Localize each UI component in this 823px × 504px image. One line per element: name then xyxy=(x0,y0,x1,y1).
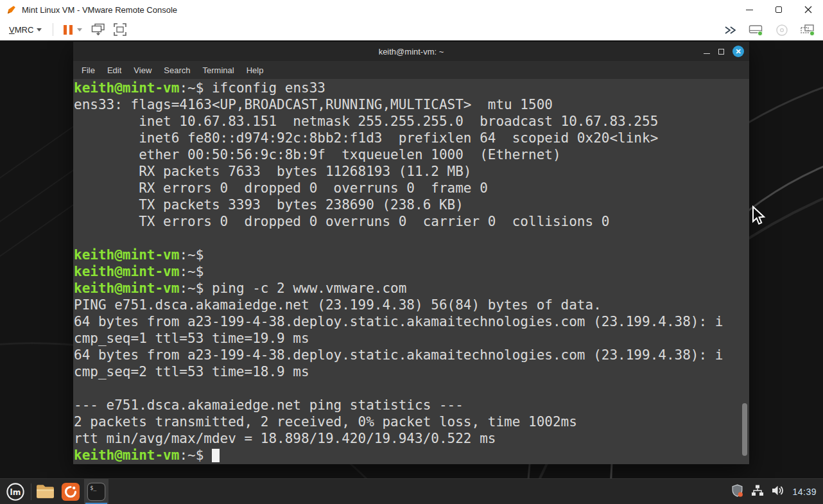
taskbar-divider xyxy=(31,483,31,500)
terminal-line: keith@mint-vm:~$ xyxy=(74,247,749,263)
mint-menu-icon: lm xyxy=(6,482,25,501)
taskbar-file-manager[interactable] xyxy=(33,479,57,504)
terminal-line xyxy=(74,380,749,397)
chevron-down-icon xyxy=(77,28,82,31)
toolbar-divider xyxy=(53,23,53,36)
display-status-button[interactable] xyxy=(799,22,817,38)
close-icon xyxy=(804,6,812,13)
firefox-icon xyxy=(61,482,80,501)
update-manager-tray-button[interactable] xyxy=(731,484,744,500)
app-close-button[interactable] xyxy=(793,0,823,19)
terminal-line: inet 10.67.83.151 netmask 255.255.255.0 … xyxy=(74,113,749,130)
suspend-vm-button[interactable] xyxy=(62,24,84,36)
terminal-line: RX errors 0 dropped 0 overruns 0 frame 0 xyxy=(74,180,749,196)
terminal-maximize-button[interactable] xyxy=(718,49,724,55)
taskbar: lm $_ xyxy=(0,478,823,504)
fullscreen-icon xyxy=(114,23,126,36)
fullscreen-button[interactable] xyxy=(112,22,128,37)
terminal-line: cmp_seq=2 ttl=53 time=18.9 ms xyxy=(74,363,749,380)
terminal-line: keith@mint-vm:~$ xyxy=(74,447,749,464)
terminal-line: PING e751.dsca.akamaiedge.net (23.199.4.… xyxy=(74,297,749,313)
send-to-monitor-icon xyxy=(91,23,105,36)
svg-text:lm: lm xyxy=(10,487,21,496)
terminal-line: ether 00:50:56:9c:8b:9f txqueuelen 1000 … xyxy=(74,146,749,163)
terminal-line: 64 bytes from a23-199-4-38.deploy.static… xyxy=(74,313,749,330)
terminal-line: TX packets 3393 bytes 238690 (238.6 KB) xyxy=(74,196,749,213)
app-titlebar: Mint Linux VM - VMware Remote Console xyxy=(0,0,823,19)
volume-tray-button[interactable] xyxy=(771,484,785,500)
vmrc-label: VMRC xyxy=(9,25,33,35)
terminal-output[interactable]: keith@mint-vm:~$ ifconfig ens33ens33: fl… xyxy=(73,79,749,464)
taskbar-clock[interactable]: 14:39 xyxy=(792,487,819,497)
terminal-scrollbar[interactable] xyxy=(742,403,747,456)
taskbar-terminal[interactable]: $_ xyxy=(84,479,108,504)
update-shield-icon xyxy=(731,484,744,498)
maximize-icon xyxy=(775,6,782,13)
terminal-line: 64 bytes from a23-199-4-38.deploy.static… xyxy=(74,347,749,363)
terminal-line: inet6 fe80::d974:92c:8bb2:f1d3 prefixlen… xyxy=(74,130,749,146)
terminal-line: ens33: flags=4163<UP,BROADCAST,RUNNING,M… xyxy=(74,96,749,113)
terminal-line: cmp_seq=1 ttl=53 time=19.9 ms xyxy=(74,330,749,347)
app-maximize-button[interactable] xyxy=(764,0,793,19)
menu-help[interactable]: Help xyxy=(245,64,265,76)
terminal-app-icon: $_ xyxy=(87,482,106,501)
app-toolbar: VMRC xyxy=(0,19,823,40)
send-to-monitor-button[interactable] xyxy=(90,22,107,37)
app-minimize-button[interactable] xyxy=(734,0,764,19)
terminal-menubar: File Edit View Search Terminal Help xyxy=(73,61,749,79)
terminal-line: TX errors 0 dropped 0 overruns 0 carrier… xyxy=(74,213,749,230)
terminal-line: 2 packets transmitted, 2 received, 0% pa… xyxy=(74,413,749,430)
disk-status-icon xyxy=(749,24,764,37)
minimize-icon xyxy=(746,10,753,10)
mint-menu-button[interactable]: lm xyxy=(0,479,31,504)
terminal-close-button[interactable]: ✕ xyxy=(732,46,744,57)
system-tray: 14:39 xyxy=(731,479,819,504)
terminal-line: keith@mint-vm:~$ ifconfig ens33 xyxy=(74,80,749,96)
minimize-icon xyxy=(704,53,710,55)
terminal-cursor xyxy=(212,449,220,462)
terminal-line xyxy=(74,230,749,247)
terminal-line: RX packets 7633 bytes 11268193 (11.2 MB) xyxy=(74,163,749,180)
terminal-minimize-button[interactable] xyxy=(704,49,710,55)
terminal-line: keith@mint-vm:~$ ping -c 2 www.vmware.co… xyxy=(74,280,749,297)
volume-tray-icon xyxy=(771,484,785,497)
terminal-titlebar[interactable]: keith@mint-vm: ~ ✕ xyxy=(73,42,749,61)
menu-search[interactable]: Search xyxy=(162,64,191,76)
toolbar-overflow-button[interactable] xyxy=(723,24,738,36)
terminal-line: keith@mint-vm:~$ xyxy=(74,263,749,280)
terminal-window: keith@mint-vm: ~ ✕ File Edit View Search… xyxy=(73,42,749,464)
cdrom-status-icon xyxy=(775,24,788,37)
network-tray-icon xyxy=(751,484,764,497)
app-window-title: Mint Linux VM - VMware Remote Console xyxy=(22,5,177,15)
menu-edit[interactable]: Edit xyxy=(106,64,123,76)
pause-icon xyxy=(64,25,73,35)
mouse-cursor-icon xyxy=(751,205,767,226)
vm-desktop: keith@mint-vm: ~ ✕ File Edit View Search… xyxy=(0,40,823,478)
vmware-logo-icon xyxy=(6,4,17,15)
cdrom-status-button[interactable] xyxy=(774,22,790,38)
display-status-icon xyxy=(800,24,815,37)
terminal-line: --- e751.dsca.akamaiedge.net ping statis… xyxy=(74,397,749,413)
svg-text:$_: $_ xyxy=(90,485,97,491)
maximize-icon xyxy=(718,49,724,55)
file-manager-icon xyxy=(36,484,55,499)
menu-view[interactable]: View xyxy=(132,64,153,76)
chevron-down-icon xyxy=(37,28,42,31)
network-tray-button[interactable] xyxy=(751,484,764,500)
disk-status-button[interactable] xyxy=(747,22,765,38)
taskbar-firefox[interactable] xyxy=(58,479,83,504)
overflow-chevrons-icon xyxy=(724,26,737,35)
terminal-title: keith@mint-vm: ~ xyxy=(379,47,444,56)
menu-terminal[interactable]: Terminal xyxy=(202,64,236,76)
terminal-line: rtt min/avg/max/mdev = 18.898/19.420/19.… xyxy=(74,430,749,447)
vmrc-menu-button[interactable]: VMRC xyxy=(6,23,44,37)
menu-file[interactable]: File xyxy=(80,64,96,76)
